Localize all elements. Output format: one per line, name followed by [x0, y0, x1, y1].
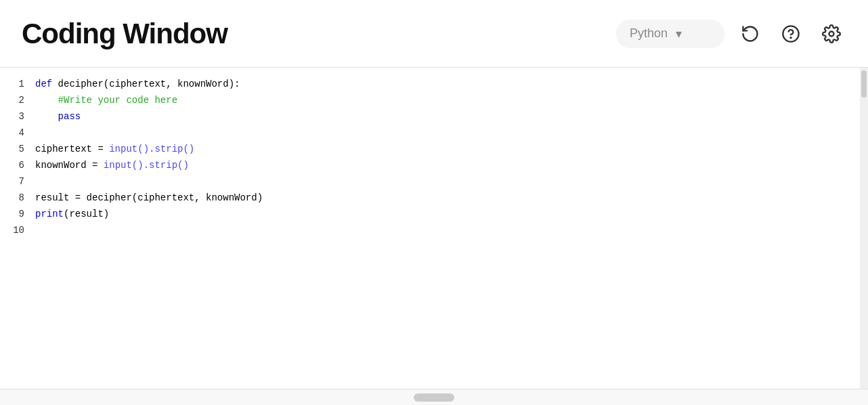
line-num-5: 5 [0, 141, 24, 157]
line-num-4: 4 [0, 125, 24, 141]
code-line-1: def decipher(ciphertext, knownWord): [35, 76, 868, 92]
scrollbar-thumb-vertical[interactable] [861, 70, 867, 98]
code-line-5: ciphertext = input().strip() [35, 141, 868, 157]
line-num-3: 3 [0, 108, 24, 125]
language-selector[interactable]: Python ▾ [616, 20, 724, 48]
line-num-10: 10 [0, 222, 24, 238]
var-result: result = decipher(ciphertext, knownWord) [35, 192, 263, 203]
keyword-def: def [35, 79, 58, 89]
scrollbar-thumb-horizontal[interactable] [414, 393, 454, 402]
code-line-10 [35, 222, 868, 238]
svg-point-2 [829, 31, 834, 36]
code-line-6: knownWord = input().strip() [35, 157, 868, 173]
scrollbar-vertical[interactable] [860, 68, 868, 389]
help-button[interactable] [776, 19, 806, 49]
keyword-pass: pass [58, 111, 81, 122]
keyword-print: print [35, 209, 64, 219]
settings-icon [822, 24, 841, 43]
page-title: Coding Window [22, 18, 227, 50]
print-arg: (result) [64, 209, 109, 219]
code-line-8: result = decipher(ciphertext, knownWord) [35, 190, 868, 206]
line-num-9: 9 [0, 206, 24, 222]
call-input-1: input().strip() [109, 144, 194, 154]
line-num-2: 2 [0, 92, 24, 108]
var-knownword: knownWord = [35, 160, 104, 171]
call-input-2: input().strip() [104, 160, 189, 171]
reset-button[interactable] [735, 19, 765, 49]
var-ciphertext: ciphertext = [35, 144, 109, 154]
code-editor[interactable]: def decipher(ciphertext, knownWord): #Wr… [35, 68, 868, 389]
code-line-4 [35, 125, 868, 141]
header: Coding Window Python ▾ [0, 0, 868, 68]
chevron-down-icon: ▾ [676, 26, 682, 41]
editor-container: 1 2 3 4 5 6 7 8 9 10 def decipher(cipher… [0, 68, 868, 389]
code-line-9: print(result) [35, 206, 868, 222]
comment: #Write your code here [58, 95, 177, 106]
code-line-7 [35, 173, 868, 190]
reset-icon [741, 24, 760, 43]
header-controls: Python ▾ [616, 19, 846, 49]
params: (ciphertext, knownWord): [104, 79, 240, 89]
code-line-3: pass [35, 108, 868, 125]
line-num-1: 1 [0, 76, 24, 92]
code-line-2: #Write your code here [35, 92, 868, 108]
help-icon [781, 24, 800, 43]
line-num-8: 8 [0, 190, 24, 206]
line-num-6: 6 [0, 157, 24, 173]
function-name: decipher [58, 79, 104, 89]
bottom-scrollbar-bar [0, 389, 868, 405]
line-numbers: 1 2 3 4 5 6 7 8 9 10 [0, 68, 35, 389]
line-num-7: 7 [0, 173, 24, 190]
settings-button[interactable] [817, 19, 846, 49]
language-label: Python [630, 26, 668, 41]
